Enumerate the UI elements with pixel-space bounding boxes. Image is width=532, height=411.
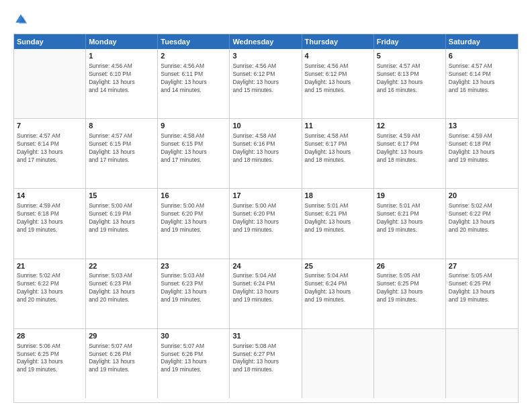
day-number: 23 [161,261,226,271]
calendar-cell: 29Sunrise: 5:07 AM Sunset: 6:26 PM Dayli… [86,329,158,398]
cell-info: Sunrise: 4:56 AM Sunset: 6:10 PM Dayligh… [89,62,154,95]
day-number: 29 [89,331,154,341]
cell-info: Sunrise: 4:57 AM Sunset: 6:13 PM Dayligh… [377,62,443,95]
cell-info: Sunrise: 5:05 AM Sunset: 6:25 PM Dayligh… [449,272,515,304]
day-number: 14 [17,191,83,201]
header-day-sunday: Sunday [14,34,86,49]
cell-info: Sunrise: 5:01 AM Sunset: 6:21 PM Dayligh… [377,202,443,234]
calendar-cell: 14Sunrise: 4:59 AM Sunset: 6:18 PM Dayli… [14,189,86,258]
day-number: 27 [449,261,515,271]
day-number: 15 [89,191,154,201]
day-number: 21 [17,261,83,271]
header-day-monday: Monday [86,34,158,49]
cell-info: Sunrise: 5:03 AM Sunset: 6:23 PM Dayligh… [89,272,154,304]
calendar-header: SundayMondayTuesdayWednesdayThursdayFrid… [14,34,518,49]
calendar-cell: 19Sunrise: 5:01 AM Sunset: 6:21 PM Dayli… [374,189,446,258]
cell-info: Sunrise: 4:56 AM Sunset: 6:11 PM Dayligh… [161,62,226,95]
calendar-cell: 15Sunrise: 5:00 AM Sunset: 6:19 PM Dayli… [86,189,158,258]
calendar-row: 21Sunrise: 5:02 AM Sunset: 6:22 PM Dayli… [14,259,518,329]
day-number: 10 [232,121,298,131]
page-header [13,12,519,27]
day-number: 17 [232,191,298,201]
cell-info: Sunrise: 5:00 AM Sunset: 6:20 PM Dayligh… [161,202,226,234]
day-number: 13 [449,121,515,131]
cell-info: Sunrise: 4:57 AM Sunset: 6:15 PM Dayligh… [89,132,154,165]
calendar: SundayMondayTuesdayWednesdayThursdayFrid… [13,34,519,403]
calendar-cell: 16Sunrise: 5:00 AM Sunset: 6:20 PM Dayli… [158,189,230,258]
cell-info: Sunrise: 4:58 AM Sunset: 6:17 PM Dayligh… [305,132,371,165]
day-number: 6 [449,51,515,61]
calendar-cell [446,329,518,398]
calendar-cell: 6Sunrise: 4:57 AM Sunset: 6:14 PM Daylig… [446,49,518,118]
cell-info: Sunrise: 4:57 AM Sunset: 6:14 PM Dayligh… [449,62,515,95]
day-number: 9 [161,121,226,131]
header-day-saturday: Saturday [446,34,518,49]
header-day-wednesday: Wednesday [230,34,302,49]
cell-info: Sunrise: 5:02 AM Sunset: 6:22 PM Dayligh… [17,272,83,304]
logo [13,12,31,27]
day-number: 26 [377,261,443,271]
calendar-cell: 30Sunrise: 5:07 AM Sunset: 6:26 PM Dayli… [158,329,230,398]
day-number: 31 [232,331,298,341]
day-number: 16 [161,191,226,201]
cell-info: Sunrise: 4:59 AM Sunset: 6:17 PM Dayligh… [377,132,443,165]
cell-info: Sunrise: 5:06 AM Sunset: 6:25 PM Dayligh… [17,342,83,375]
day-number: 3 [232,51,298,61]
calendar-cell: 2Sunrise: 4:56 AM Sunset: 6:11 PM Daylig… [158,49,230,118]
calendar-row: 1Sunrise: 4:56 AM Sunset: 6:10 PM Daylig… [14,49,518,119]
day-number: 4 [305,51,371,61]
calendar-cell: 12Sunrise: 4:59 AM Sunset: 6:17 PM Dayli… [374,119,446,188]
day-number: 20 [449,191,515,201]
calendar-cell: 18Sunrise: 5:01 AM Sunset: 6:21 PM Dayli… [302,189,374,258]
calendar-cell: 9Sunrise: 4:58 AM Sunset: 6:15 PM Daylig… [158,119,230,188]
day-number: 12 [377,121,443,131]
header-day-tuesday: Tuesday [158,34,230,49]
cell-info: Sunrise: 5:02 AM Sunset: 6:22 PM Dayligh… [449,202,515,234]
calendar-body: 1Sunrise: 4:56 AM Sunset: 6:10 PM Daylig… [14,49,518,398]
cell-info: Sunrise: 4:59 AM Sunset: 6:18 PM Dayligh… [17,202,83,234]
calendar-cell: 10Sunrise: 4:58 AM Sunset: 6:16 PM Dayli… [230,119,302,188]
cell-info: Sunrise: 4:58 AM Sunset: 6:15 PM Dayligh… [161,132,226,165]
calendar-cell: 22Sunrise: 5:03 AM Sunset: 6:23 PM Dayli… [86,259,158,328]
cell-info: Sunrise: 4:56 AM Sunset: 6:12 PM Dayligh… [305,62,371,95]
calendar-cell: 23Sunrise: 5:03 AM Sunset: 6:23 PM Dayli… [158,259,230,328]
day-number: 19 [377,191,443,201]
day-number: 18 [305,191,371,201]
cell-info: Sunrise: 5:03 AM Sunset: 6:23 PM Dayligh… [161,272,226,304]
calendar-cell: 8Sunrise: 4:57 AM Sunset: 6:15 PM Daylig… [86,119,158,188]
calendar-cell: 20Sunrise: 5:02 AM Sunset: 6:22 PM Dayli… [446,189,518,258]
cell-info: Sunrise: 5:05 AM Sunset: 6:25 PM Dayligh… [377,272,443,304]
day-number: 25 [305,261,371,271]
day-number: 28 [17,331,83,341]
cell-info: Sunrise: 4:59 AM Sunset: 6:18 PM Dayligh… [449,132,515,165]
cell-info: Sunrise: 5:01 AM Sunset: 6:21 PM Dayligh… [305,202,371,234]
calendar-cell [374,329,446,398]
cell-info: Sunrise: 4:57 AM Sunset: 6:14 PM Dayligh… [17,132,83,165]
day-number: 11 [305,121,371,131]
day-number: 7 [17,121,83,131]
calendar-cell: 4Sunrise: 4:56 AM Sunset: 6:12 PM Daylig… [302,49,374,118]
day-number: 22 [89,261,154,271]
header-day-friday: Friday [374,34,446,49]
day-number: 24 [232,261,298,271]
calendar-cell [14,49,86,118]
calendar-cell: 7Sunrise: 4:57 AM Sunset: 6:14 PM Daylig… [14,119,86,188]
logo-icon [13,12,28,27]
header-day-thursday: Thursday [302,34,374,49]
cell-info: Sunrise: 5:07 AM Sunset: 6:26 PM Dayligh… [161,342,226,375]
day-number: 8 [89,121,154,131]
day-number: 1 [89,51,154,61]
calendar-row: 7Sunrise: 4:57 AM Sunset: 6:14 PM Daylig… [14,119,518,189]
cell-info: Sunrise: 5:00 AM Sunset: 6:20 PM Dayligh… [232,202,298,234]
calendar-cell: 11Sunrise: 4:58 AM Sunset: 6:17 PM Dayli… [302,119,374,188]
cell-info: Sunrise: 5:04 AM Sunset: 6:24 PM Dayligh… [232,272,298,304]
cell-info: Sunrise: 5:07 AM Sunset: 6:26 PM Dayligh… [89,342,154,375]
calendar-cell: 21Sunrise: 5:02 AM Sunset: 6:22 PM Dayli… [14,259,86,328]
calendar-cell: 13Sunrise: 4:59 AM Sunset: 6:18 PM Dayli… [446,119,518,188]
calendar-cell: 25Sunrise: 5:04 AM Sunset: 6:24 PM Dayli… [302,259,374,328]
cell-info: Sunrise: 5:00 AM Sunset: 6:19 PM Dayligh… [89,202,154,234]
day-number: 30 [161,331,226,341]
calendar-cell: 24Sunrise: 5:04 AM Sunset: 6:24 PM Dayli… [230,259,302,328]
day-number: 2 [161,51,226,61]
calendar-cell [302,329,374,398]
